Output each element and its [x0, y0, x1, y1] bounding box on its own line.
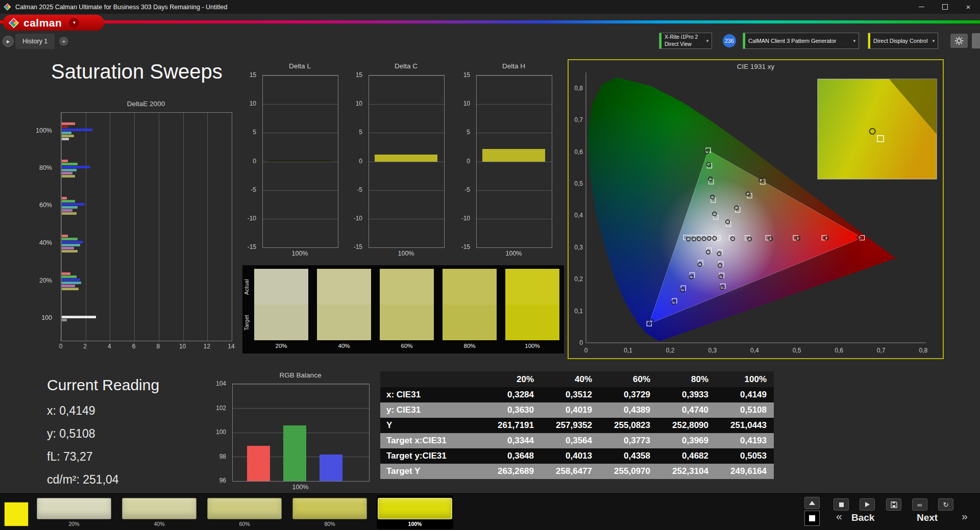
rgb-axis-tick: 100: [216, 428, 226, 436]
delta-axis-tick: 0: [253, 158, 256, 165]
maximize-button[interactable]: [933, 0, 957, 14]
deltae-bar: [62, 206, 78, 209]
delta-axis-tick: -10: [354, 215, 362, 222]
meter-dropdown[interactable]: X-Rite i1Pro 2 Direct View ▼: [659, 33, 712, 49]
deltae-bar: [62, 275, 77, 278]
actual-color: [317, 269, 371, 305]
current-reading-panel: Current Reading x: 0,4149y: 0,5108fL: 73…: [47, 376, 159, 496]
table-cell: 0,4389: [599, 402, 657, 418]
deltae-x-axis: 02468101214: [61, 343, 231, 351]
back-fast-button[interactable]: «: [836, 510, 842, 522]
delta-l-chart: Delta L 151050-5-10-15 100%: [236, 62, 338, 261]
delta-axis-tick: 5: [467, 129, 470, 136]
calman-logo[interactable]: calman ▼: [3, 15, 104, 31]
deltae-axis-tick: 0: [59, 343, 63, 350]
back-button[interactable]: Back: [851, 512, 874, 523]
deltae-category-label: 100: [41, 314, 52, 321]
chevron-down-icon: ▼: [703, 39, 712, 43]
deltae-bar: [62, 279, 80, 281]
swatch-chip: [207, 498, 282, 519]
target-color: [443, 305, 497, 340]
svg-text:0,6: 0,6: [574, 148, 583, 156]
svg-text:0,7: 0,7: [574, 116, 583, 123]
next-button[interactable]: Next: [917, 512, 938, 523]
table-cell: 255,0970: [599, 464, 657, 479]
logo-menu-arrow[interactable]: ▼: [69, 18, 79, 28]
svg-text:0,1: 0,1: [624, 347, 632, 354]
saturation-swatch-60%[interactable]: 60%: [206, 495, 283, 529]
target-color: [254, 305, 308, 340]
close-button[interactable]: ×: [957, 0, 980, 14]
table-row: x: CIE310,32840,35120,37290,39330,4149: [380, 387, 774, 402]
rgb-axis-tick: 96: [219, 477, 226, 484]
minimize-button[interactable]: [910, 0, 933, 14]
chevron-down-icon: ▼: [929, 39, 938, 43]
current-reading-value: cd/m²: 251,04: [47, 473, 159, 487]
refresh-button[interactable]: ↻: [938, 498, 953, 511]
save-icon: [891, 501, 897, 508]
deltae-bar: [62, 160, 68, 162]
link-button[interactable]: ∞: [912, 498, 927, 511]
collapsed-toolbar-button[interactable]: [972, 33, 980, 48]
gear-icon: [954, 36, 964, 45]
logo-text: calman: [23, 17, 62, 29]
actual-row-label: Actual: [243, 270, 252, 304]
deltae-chart-title: DeltaE 2000: [61, 100, 231, 108]
saturation-swatch-100%[interactable]: 100%: [377, 495, 453, 529]
actual-color: [254, 269, 308, 305]
deltae-bar: [62, 319, 67, 321]
saturation-swatch-80%[interactable]: 80%: [291, 495, 368, 529]
table-row: Y261,7191257,9352255,0823252,8090251,044…: [380, 418, 774, 433]
deltae-bar: [62, 209, 72, 212]
delta-axis-tick: 0: [467, 158, 470, 165]
delta-axis-tick: -5: [464, 186, 470, 193]
tab-scroll-button[interactable]: ▶: [3, 36, 14, 47]
table-cell: 261,7191: [483, 418, 541, 433]
stop-button[interactable]: [834, 498, 849, 511]
meter-count-badge[interactable]: 236: [723, 34, 736, 47]
swatch-label: 100%: [505, 343, 559, 349]
deltae-bar: [62, 203, 85, 206]
deltae-bar: [62, 166, 90, 168]
swatch-chip: [292, 498, 367, 519]
tab-history-1[interactable]: History 1: [15, 34, 55, 49]
patch-swatch-100%: 100%: [505, 269, 559, 349]
pattern-window-button[interactable]: [804, 511, 820, 526]
saturation-swatch-40%[interactable]: 40%: [121, 495, 198, 529]
svg-text:0,5: 0,5: [793, 347, 801, 354]
table-cell: 0,4358: [599, 448, 657, 464]
table-cell: 0,3564: [541, 433, 599, 448]
target-row-label: Target: [243, 306, 252, 340]
refresh-icon: ↻: [943, 501, 949, 509]
svg-text:0: 0: [584, 347, 588, 354]
svg-text:0,2: 0,2: [666, 347, 675, 354]
eject-button[interactable]: [804, 497, 820, 509]
svg-text:0,3: 0,3: [708, 347, 717, 354]
display-control-dropdown[interactable]: Direct Display Control ▼: [868, 33, 938, 49]
pattern-generator-dropdown[interactable]: CalMAN Client 3 Pattern Generator ▼: [743, 33, 859, 49]
table-cell: 252,8090: [657, 418, 716, 433]
table-cell: 0,4013: [541, 448, 599, 464]
deltae-bar: [62, 172, 72, 174]
play-button[interactable]: [860, 498, 875, 511]
brand-row: calman ▼: [0, 14, 980, 32]
delta-axis-tick: 15: [463, 71, 470, 79]
table-header-cell: 20%: [483, 371, 541, 387]
add-tab-button[interactable]: +: [59, 37, 68, 46]
table-row-label: x: CIE31: [380, 387, 483, 402]
deltae-bar: [62, 132, 71, 134]
svg-text:0: 0: [579, 339, 583, 346]
svg-text:0,4: 0,4: [574, 212, 583, 219]
table-cell: 0,5108: [716, 402, 774, 418]
saturation-swatch-20%[interactable]: 20%: [36, 495, 112, 529]
swatch-chip: [37, 498, 111, 519]
settings-button[interactable]: [950, 34, 968, 48]
chevron-down-icon: ▼: [850, 39, 859, 43]
delta-axis-tick: 10: [356, 100, 362, 107]
save-button[interactable]: [886, 498, 901, 511]
measurement-table: 20%40%60%80%100% x: CIE310,32840,35120,3…: [380, 371, 774, 479]
patch-swatch-20%: 20%: [254, 269, 308, 349]
next-fast-button[interactable]: »: [962, 510, 968, 522]
deltae-bar: [62, 272, 70, 275]
deltae-axis-tick: 2: [83, 343, 87, 350]
